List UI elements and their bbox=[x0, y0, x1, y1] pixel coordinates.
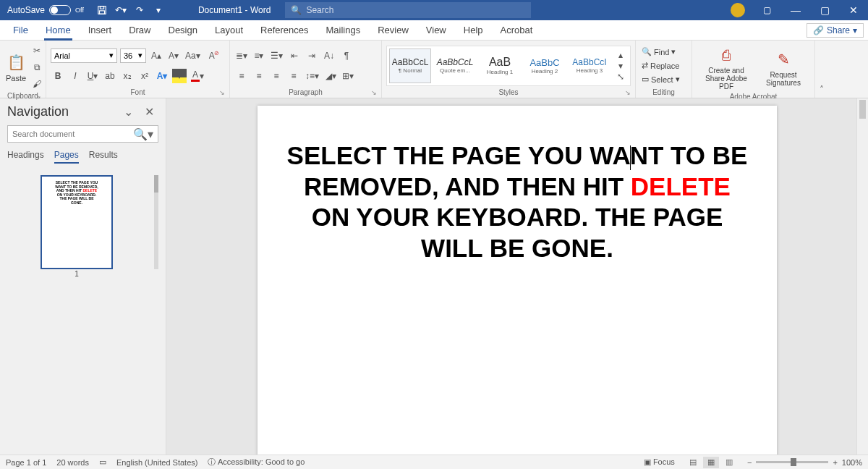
grow-font-icon[interactable]: A▴ bbox=[149, 48, 163, 63]
tab-review[interactable]: Review bbox=[369, 20, 417, 40]
nav-tab-results[interactable]: Results bbox=[89, 150, 118, 164]
bold-button[interactable]: B bbox=[51, 69, 65, 83]
superscript-button[interactable]: x² bbox=[137, 69, 152, 83]
minimize-icon[interactable]: — bbox=[781, 0, 810, 20]
decrease-indent-icon[interactable]: ⇤ bbox=[287, 48, 302, 63]
subscript-button[interactable]: x₂ bbox=[120, 69, 135, 83]
maximize-icon[interactable]: ▢ bbox=[810, 0, 839, 20]
zoom-in-icon[interactable]: + bbox=[833, 458, 837, 467]
font-launcher-icon[interactable]: ↘ bbox=[219, 89, 225, 96]
close-icon[interactable]: ✕ bbox=[839, 0, 868, 20]
tab-references[interactable]: References bbox=[252, 20, 317, 40]
tab-insert[interactable]: Insert bbox=[80, 20, 121, 40]
style-normal[interactable]: AaBbCcL¶ Normal bbox=[389, 48, 431, 83]
font-color-icon[interactable]: A▾ bbox=[190, 69, 205, 83]
document-text[interactable]: SELECT THE PAGE YOU WANT TO BE REMOVED, … bbox=[286, 140, 748, 264]
align-right-icon[interactable]: ≡ bbox=[269, 69, 284, 83]
align-center-icon[interactable]: ≡ bbox=[252, 69, 266, 83]
underline-button[interactable]: U▾ bbox=[85, 69, 100, 83]
zoom-out-icon[interactable]: − bbox=[747, 458, 752, 467]
bullets-icon[interactable]: ≣▾ bbox=[234, 48, 249, 63]
nav-search[interactable]: 🔍▾ bbox=[7, 125, 158, 143]
shading-icon[interactable]: ◢▾ bbox=[323, 69, 338, 83]
read-mode-icon[interactable]: ▤ bbox=[685, 457, 701, 468]
multilevel-icon[interactable]: ☰▾ bbox=[269, 48, 284, 63]
text-effects-icon[interactable]: A▾ bbox=[155, 69, 169, 83]
style-h2[interactable]: AaBbCHeading 2 bbox=[524, 48, 566, 83]
focus-mode-button[interactable]: ▣ Focus bbox=[644, 457, 675, 467]
tab-view[interactable]: View bbox=[417, 20, 455, 40]
share-button[interactable]: 🔗 Share ▾ bbox=[807, 23, 864, 38]
highlight-icon[interactable]: ▾ bbox=[172, 69, 187, 83]
tab-file[interactable]: File bbox=[4, 20, 37, 40]
cut-icon[interactable]: ✂ bbox=[30, 43, 44, 58]
create-share-pdf-button[interactable]: ⎙ Create and Share Adobe PDF bbox=[697, 43, 756, 92]
clipboard-launcher-icon[interactable]: ↘ bbox=[35, 93, 41, 100]
zoom-value[interactable]: 100% bbox=[842, 458, 862, 467]
qat-dropdown-icon[interactable]: ▾ bbox=[150, 2, 166, 18]
thumb-scrollbar[interactable] bbox=[154, 175, 158, 269]
document-area[interactable]: SELECT THE PAGE YOU WANT TO BE REMOVED, … bbox=[166, 98, 868, 455]
paste-button[interactable]: 📋 Paste bbox=[4, 51, 27, 84]
autosave-toggle[interactable]: AutoSave Off bbox=[0, 5, 91, 15]
align-left-icon[interactable]: ≡ bbox=[234, 69, 249, 83]
status-proof-icon[interactable]: ▭ bbox=[99, 457, 106, 467]
search-box[interactable]: 🔍 bbox=[285, 2, 531, 18]
web-layout-icon[interactable]: ▥ bbox=[721, 457, 737, 468]
styles-up-icon[interactable]: ▴ bbox=[613, 49, 628, 60]
copy-icon[interactable]: ⧉ bbox=[30, 60, 44, 75]
status-page[interactable]: Page 1 of 1 bbox=[6, 458, 46, 467]
styles-down-icon[interactable]: ▾ bbox=[613, 60, 628, 71]
ribbon-display-icon[interactable]: ▢ bbox=[752, 0, 781, 20]
nav-close-icon[interactable]: ✕ bbox=[140, 104, 158, 119]
tab-draw[interactable]: Draw bbox=[120, 20, 159, 40]
style-h1[interactable]: AaBHeading 1 bbox=[479, 48, 521, 83]
style-quote[interactable]: AaBbCcLQuote em... bbox=[434, 48, 476, 83]
styles-more-icon[interactable]: ⤡ bbox=[613, 71, 628, 82]
find-button[interactable]: 🔍Find ▾ bbox=[640, 46, 677, 57]
tab-home[interactable]: Home bbox=[37, 20, 80, 40]
italic-button[interactable]: I bbox=[68, 69, 82, 83]
increase-indent-icon[interactable]: ⇥ bbox=[305, 48, 319, 63]
nav-tab-pages[interactable]: Pages bbox=[54, 150, 79, 164]
collapse-ribbon-icon[interactable]: ˄ bbox=[815, 41, 828, 98]
format-painter-icon[interactable]: 🖌 bbox=[30, 77, 44, 91]
sort-icon[interactable]: A↓ bbox=[322, 48, 336, 63]
document-page[interactable]: SELECT THE PAGE YOU WANT TO BE REMOVED, … bbox=[258, 106, 777, 455]
status-language[interactable]: English (United States) bbox=[116, 458, 198, 467]
request-signatures-button[interactable]: ✎ Request Signatures bbox=[758, 48, 809, 88]
tab-mailings[interactable]: Mailings bbox=[318, 20, 370, 40]
status-words[interactable]: 20 words bbox=[56, 458, 89, 467]
undo-icon[interactable]: ↶▾ bbox=[113, 2, 129, 18]
page-thumbnail[interactable]: SELECT THE PAGE YOU WANT TO BE REMOVED, … bbox=[41, 175, 113, 269]
font-size-select[interactable]: 36▾ bbox=[120, 48, 146, 63]
vertical-scrollbar[interactable] bbox=[856, 98, 868, 455]
justify-icon[interactable]: ≡ bbox=[286, 69, 301, 83]
redo-icon[interactable]: ↷ bbox=[132, 2, 148, 18]
paragraph-launcher-icon[interactable]: ↘ bbox=[371, 89, 377, 96]
borders-icon[interactable]: ⊞▾ bbox=[341, 69, 355, 83]
nav-chevron-icon[interactable]: ⌄ bbox=[119, 104, 137, 119]
show-marks-icon[interactable]: ¶ bbox=[339, 48, 354, 63]
strike-button[interactable]: ab bbox=[103, 69, 117, 83]
replace-button[interactable]: ⇄Replace bbox=[640, 60, 681, 71]
nav-tab-headings[interactable]: Headings bbox=[7, 150, 44, 164]
search-icon[interactable]: 🔍▾ bbox=[133, 127, 153, 141]
line-spacing-icon[interactable]: ↕≡▾ bbox=[304, 69, 320, 83]
numbering-icon[interactable]: ≡▾ bbox=[252, 48, 266, 63]
tab-acrobat[interactable]: Acrobat bbox=[492, 20, 542, 40]
change-case-icon[interactable]: Aa▾ bbox=[184, 48, 202, 63]
style-h3[interactable]: AaBbCcIHeading 3 bbox=[569, 48, 610, 83]
tab-layout[interactable]: Layout bbox=[206, 20, 252, 40]
print-layout-icon[interactable]: ▦ bbox=[703, 457, 719, 468]
tab-design[interactable]: Design bbox=[160, 20, 206, 40]
clear-format-icon[interactable]: A⊘ bbox=[205, 48, 219, 63]
save-icon[interactable] bbox=[94, 2, 110, 18]
tab-help[interactable]: Help bbox=[455, 20, 492, 40]
styles-launcher-icon[interactable]: ↘ bbox=[625, 89, 631, 96]
shrink-font-icon[interactable]: A▾ bbox=[166, 48, 181, 63]
nav-search-input[interactable] bbox=[12, 130, 130, 138]
font-name-select[interactable]: Arial▾ bbox=[51, 48, 117, 63]
select-button[interactable]: ▭Select ▾ bbox=[640, 74, 681, 85]
user-avatar[interactable] bbox=[731, 3, 745, 17]
